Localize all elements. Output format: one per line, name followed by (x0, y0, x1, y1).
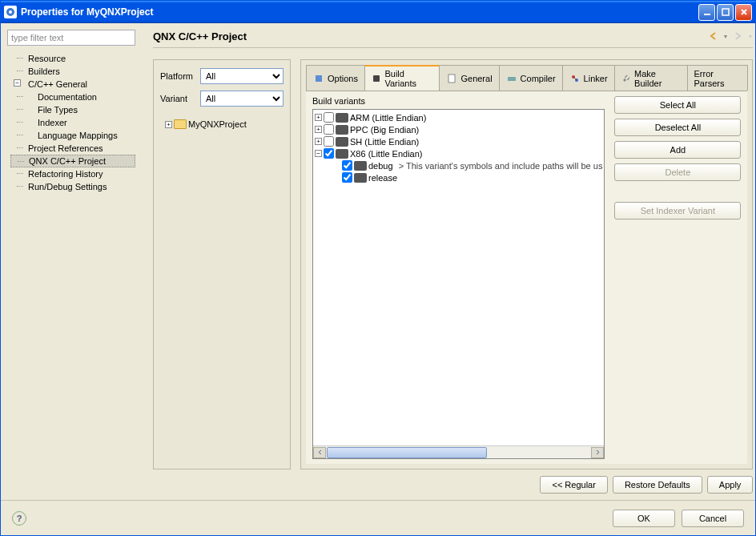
svg-rect-6 (448, 75, 455, 83)
add-button[interactable]: Add (614, 141, 741, 159)
chip-icon (336, 113, 348, 123)
platform-label: Platform (160, 71, 200, 81)
variant-select[interactable]: All (200, 91, 284, 107)
window-title: Properties for MyQNXProject (21, 6, 698, 18)
variant-sh[interactable]: + SH (Little Endian) (315, 135, 602, 147)
tab-linker[interactable]: Linker (562, 65, 615, 91)
chip-icon (354, 173, 367, 183)
variant-sh-label: SH (Little Endian) (350, 137, 419, 147)
cancel-button[interactable]: Cancel (682, 510, 744, 527)
svg-line-10 (573, 77, 577, 80)
back-dropdown-icon[interactable]: ▼ (723, 34, 729, 39)
compiler-icon (506, 73, 517, 84)
page-title: QNX C/C++ Project (153, 30, 707, 42)
tab-build-variants-label: Build Variants (384, 69, 432, 88)
tab-options-label: Options (328, 74, 358, 83)
variants-label: Build variants (312, 96, 605, 106)
expand-icon[interactable]: + (165, 121, 172, 128)
expand-icon[interactable]: − (14, 79, 21, 87)
tab-error-parsers-label: Error Parsers (694, 69, 742, 88)
scroll-thumb[interactable] (327, 447, 487, 458)
variant-debug-label: debug (368, 161, 393, 171)
collapse-icon[interactable]: − (315, 150, 322, 157)
scroll-left-button[interactable] (313, 447, 326, 458)
chip-icon (372, 73, 382, 84)
variant-sh-checkbox[interactable] (324, 136, 334, 147)
platform-select[interactable]: All (200, 68, 284, 84)
nav-builders[interactable]: Builders (10, 65, 135, 78)
document-icon (446, 73, 457, 84)
nav-documentation[interactable]: Documentation (10, 91, 135, 103)
nav-filetypes[interactable]: File Types (10, 103, 135, 116)
variant-debug-checkbox[interactable] (342, 160, 352, 171)
nav-ccgeneral-label: C/C++ General (28, 79, 87, 89)
expand-icon[interactable]: + (315, 114, 322, 121)
filter-input[interactable] (7, 30, 135, 46)
tab-compiler[interactable]: Compiler (499, 65, 563, 91)
maximize-button[interactable] (717, 4, 734, 21)
chip-icon (336, 137, 348, 147)
tab-linker-label: Linker (584, 74, 608, 83)
tab-general[interactable]: General (439, 65, 499, 91)
expand-icon[interactable]: + (315, 126, 322, 133)
variant-label: Variant (160, 94, 200, 103)
project-root[interactable]: + MyQNXProject (163, 118, 284, 131)
variant-arm-checkbox[interactable] (324, 112, 334, 123)
nav-tree: Resource Builders − C/C++ General Docume… (7, 52, 135, 193)
expand-icon[interactable]: + (315, 138, 322, 145)
forward-button[interactable] (731, 30, 744, 42)
variant-x86-checkbox[interactable] (324, 148, 334, 159)
svg-rect-2 (704, 14, 710, 15)
chip-icon (336, 125, 348, 135)
forward-dropdown-icon[interactable]: ▼ (747, 34, 753, 39)
nav-langmappings[interactable]: Language Mappings (10, 129, 135, 142)
nav-rundebug[interactable]: Run/Debug Settings (10, 180, 135, 193)
nav-refactor[interactable]: Refactoring History (10, 167, 135, 180)
project-root-label: MyQNXProject (188, 119, 247, 129)
tab-make-builder[interactable]: Make Builder (614, 65, 688, 91)
variant-x86[interactable]: − X86 (Little Endian) (315, 147, 602, 159)
nav-ccgeneral[interactable]: − C/C++ General (10, 78, 135, 91)
svg-point-1 (9, 10, 12, 14)
tab-compiler-label: Compiler (521, 74, 556, 83)
linker-icon (569, 73, 581, 84)
variants-tree: + ARM (Little Endian) + PPC (Big End (312, 109, 605, 459)
back-button[interactable] (707, 30, 720, 42)
project-tree: + MyQNXProject (160, 118, 284, 461)
chip-icon (336, 149, 348, 159)
tab-error-parsers[interactable]: Error Parsers (687, 65, 749, 91)
platform-panel: Platform All Variant All + MyQNXProjec (153, 59, 291, 470)
variant-ppc-checkbox[interactable] (324, 124, 334, 135)
variant-ppc[interactable]: + PPC (Big Endian) (315, 123, 602, 135)
regular-button[interactable]: << Regular (540, 476, 607, 494)
close-button[interactable] (735, 4, 752, 21)
apply-button[interactable]: Apply (707, 476, 754, 494)
select-all-button[interactable]: Select All (614, 96, 741, 114)
folder-icon (174, 119, 187, 129)
variant-x86-release[interactable]: release (315, 171, 602, 183)
nav-projrefs[interactable]: Project References (10, 142, 135, 155)
help-icon[interactable]: ? (12, 511, 26, 526)
variant-release-label: release (368, 173, 397, 183)
set-indexer-variant-button: Set Indexer Variant (614, 202, 741, 220)
ok-button[interactable]: OK (613, 510, 675, 527)
delete-button: Delete (614, 163, 741, 181)
nav-qnxproj[interactable]: QNX C/C++ Project (10, 155, 135, 167)
nav-resource[interactable]: Resource (10, 52, 135, 65)
tab-options[interactable]: Options (306, 65, 365, 91)
variant-x86-label: X86 (Little Endian) (350, 149, 423, 159)
minimize-button[interactable] (698, 4, 715, 21)
tab-area: Options Build Variants General Compiler (300, 59, 753, 470)
horizontal-scrollbar[interactable] (313, 445, 604, 458)
tab-build-variants[interactable]: Build Variants (364, 65, 440, 91)
variant-release-checkbox[interactable] (342, 172, 352, 183)
variant-arm[interactable]: + ARM (Little Endian) (315, 111, 602, 123)
options-icon (313, 73, 324, 84)
scroll-right-button[interactable] (591, 447, 604, 458)
variant-x86-debug[interactable]: debug > This variant's symbols and inclu… (315, 159, 602, 171)
left-panel: Resource Builders − C/C++ General Docume… (1, 23, 142, 500)
nav-indexer[interactable]: Indexer (10, 116, 135, 129)
chip-icon (354, 161, 367, 171)
deselect-all-button[interactable]: Deselect All (614, 119, 741, 136)
restore-defaults-button[interactable]: Restore Defaults (613, 476, 702, 494)
